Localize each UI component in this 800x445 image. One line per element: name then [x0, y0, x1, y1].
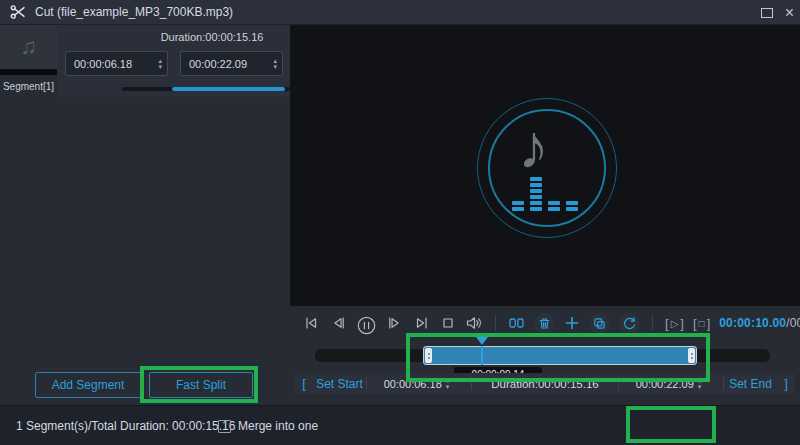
play-segment-button[interactable]: [▷]	[665, 316, 684, 331]
bracket-close: ]	[777, 376, 795, 391]
window-title: Cut (file_example_MP3_700KB.mp3)	[35, 5, 233, 19]
next-frame-icon[interactable]	[386, 315, 404, 331]
preview-area: ♪	[290, 25, 800, 306]
segment-summary: 1 Segment(s)/Total Duration: 00:00:15.16	[16, 406, 235, 445]
footer-bar: 1 Segment(s)/Total Duration: 00:00:15.16…	[0, 405, 800, 445]
merge-checkbox[interactable]	[218, 420, 231, 433]
segment-end-input[interactable]: 00:00:22.09 ▴ ▾	[180, 51, 283, 76]
volume-icon[interactable]	[465, 315, 483, 331]
skip-start-icon[interactable]	[302, 315, 320, 331]
set-start-button[interactable]: Set Start	[313, 377, 366, 391]
segment-duration-label: Duration:00:00:15.16	[117, 31, 307, 43]
trim-start-field[interactable]: 00:00:06.18 ▴ ▾	[367, 378, 471, 390]
add-segment-button[interactable]: Add Segment	[35, 372, 141, 398]
segment-panel: ♫ Segment[1] Duration:00:00:15.16 00:00:…	[0, 25, 290, 405]
segment-editor: Duration:00:00:15.16 00:00:06.18 ▴ ▾ – 0…	[57, 25, 290, 97]
trim-end-field[interactable]: 00:00:22.09 ▴ ▾	[619, 378, 723, 390]
divider	[652, 315, 653, 331]
trim-duration-label: Duration:00:00:15.16	[472, 378, 618, 390]
copy-segment-icon[interactable]	[589, 313, 610, 334]
thumbnail-strip	[0, 69, 57, 75]
delete-segment-icon[interactable]	[534, 313, 555, 334]
time-display: 00:00:10.00/00:00:27.06	[719, 316, 800, 330]
maximize-button[interactable]	[761, 8, 773, 18]
segment-label: Segment[1]	[0, 77, 57, 95]
close-button[interactable]: ×	[785, 5, 794, 21]
control-strip: [▷] [□] 00:00:10.00/00:00:27.06 00:00:09…	[290, 306, 800, 405]
audio-note-icon: ♪	[518, 111, 549, 182]
reset-icon[interactable]	[619, 313, 640, 334]
cut-dialog: Cut (file_example_MP3_700KB.mp3) × ♫ Seg…	[0, 0, 800, 445]
total-time: /00:00:27.06	[786, 316, 800, 330]
segment-start-value[interactable]: 00:00:06.18	[66, 58, 158, 70]
transport-bar: [▷] [□] 00:00:10.00/00:00:27.06	[302, 308, 792, 338]
equalizer-icon	[512, 175, 588, 211]
segment-end-value[interactable]: 00:00:22.09	[181, 58, 273, 70]
trim-end-stepper[interactable]: ▴ ▾	[698, 378, 707, 390]
stepper-down-icon[interactable]: ▾	[273, 64, 277, 70]
prev-frame-icon[interactable]	[329, 315, 347, 331]
pause-button-icon[interactable]	[356, 315, 377, 331]
skip-end-icon[interactable]	[413, 315, 431, 331]
current-time: 00:00:10.00	[719, 316, 786, 330]
segment-range-fill	[172, 87, 285, 91]
scissors-icon	[10, 4, 26, 20]
trim-end-value[interactable]: 00:00:22.09	[636, 378, 694, 390]
divider	[495, 315, 496, 331]
set-end-button[interactable]: Set End	[724, 377, 777, 391]
trim-start-stepper[interactable]: ▴ ▾	[446, 378, 455, 390]
stop-icon[interactable]	[440, 315, 456, 331]
fast-split-button[interactable]: Fast Split	[149, 372, 253, 398]
split-clip-icon[interactable]	[508, 315, 525, 331]
merge-label[interactable]: Merge into one	[238, 419, 318, 433]
segment-end-stepper[interactable]: ▴ ▾	[273, 58, 282, 70]
segment-start-stepper[interactable]: ▴ ▾	[158, 58, 167, 70]
playhead-marker[interactable]	[476, 337, 488, 345]
music-note-icon: ♫	[20, 34, 37, 60]
segment-thumbnail[interactable]: ♫	[0, 25, 57, 69]
timeline-clip[interactable]	[423, 346, 697, 365]
add-segment-icon[interactable]	[564, 315, 580, 331]
titlebar: Cut (file_example_MP3_700KB.mp3) ×	[0, 0, 800, 25]
playhead[interactable]	[481, 346, 483, 365]
trim-bar: [ Set Start 00:00:06.18 ▴ ▾ Duration:00:…	[295, 373, 795, 394]
clip-end-handle[interactable]	[688, 348, 695, 363]
merge-option[interactable]: Merge into one	[218, 406, 318, 445]
bracket-open: [	[295, 376, 313, 391]
stepper-down-icon[interactable]: ▾	[158, 64, 162, 70]
stop-segment-button[interactable]: [□]	[693, 316, 710, 331]
clip-start-handle[interactable]	[425, 348, 432, 363]
segment-start-input[interactable]: 00:00:06.18 ▴ ▾	[65, 51, 168, 76]
trim-start-value[interactable]: 00:00:06.18	[384, 378, 442, 390]
segment-range-bar	[122, 87, 290, 91]
